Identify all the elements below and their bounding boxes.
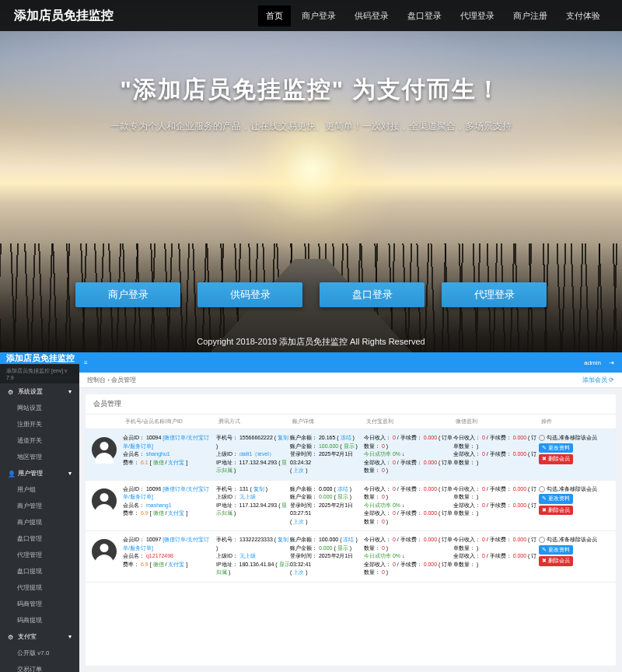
gear-icon: ⚙ <box>8 389 14 395</box>
chevron-down-icon: ▾ <box>68 633 72 640</box>
sidebar-item[interactable]: 公开版 v7.0 <box>0 645 79 661</box>
breadcrumb-root[interactable]: 控制台 <box>87 376 106 383</box>
nav-agent-login[interactable]: 代理登录 <box>453 5 502 26</box>
nav-pay-demo[interactable]: 支付体验 <box>558 5 608 26</box>
avatar <box>92 488 117 513</box>
cell-ops: 勾选,准备移除该会员✎ 更改资料✖ 删除会员 <box>539 536 610 577</box>
cell-wechat: 今日收入： 0 / 手续费： 0.000 ( 订单数量： )全部收入： 0 / … <box>453 434 539 475</box>
cta-merchant-login[interactable]: 商户登录 <box>75 282 180 307</box>
admin-topbar: ≡ admin ⇥ <box>79 352 622 373</box>
th-info: 手机号/会员名称/商户ID <box>123 418 216 425</box>
edit-button[interactable]: ✎ 更改资料 <box>539 443 573 453</box>
sidebar-item[interactable]: 码商提现 <box>0 612 79 628</box>
sidebar-item[interactable]: 商户管理 <box>0 498 79 514</box>
cell-wechat: 今日收入： 0 / 手续费： 0.000 ( 订单数量： )全部收入： 0 / … <box>453 485 539 527</box>
add-member-button[interactable]: 添加会员 ⟳ <box>582 376 614 384</box>
sidebar-item[interactable]: 注册开关 <box>0 416 79 432</box>
logout-icon[interactable]: ⇥ <box>609 359 614 366</box>
sidebar-item[interactable]: 通道开关 <box>0 432 79 449</box>
sidebar-item[interactable]: 代理管理 <box>0 547 79 563</box>
hero-title: "添加店员免挂监控" 为支付而生！ <box>0 74 622 106</box>
cta-agent-login[interactable]: 代理登录 <box>442 282 547 307</box>
hero-text: "添加店员免挂监控" 为支付而生！ 一款专为个人和企业服务的产品，让在线交易更快… <box>0 74 622 133</box>
sidebar-item[interactable]: 盘口管理 <box>0 530 79 547</box>
nav-merchant-login[interactable]: 商户登录 <box>294 5 344 26</box>
sidebar-item[interactable]: 交易订单 <box>0 661 79 672</box>
th-tencent: 腾讯方式 <box>216 418 290 425</box>
chevron-down-icon: ▾ <box>68 388 72 395</box>
sidebar-version: 添加店员免挂监控 [env] v 7.9 <box>0 364 79 383</box>
delete-button[interactable]: ✖ 删除会员 <box>539 556 573 566</box>
cell-tencent: 手机号： 131 ( 复制 )上级ID： 无上级IP地址： 117.132.94… <box>216 485 290 527</box>
avatar <box>92 437 117 462</box>
order-links[interactable]: [微信订单/支付宝订单/服务订单] <box>123 537 209 551</box>
sidebar-item[interactable]: ⚙支付宝▾ <box>0 628 79 645</box>
cell-tencent: 手机号： 15566662222 ( 复制 )上级ID： daili1（leve… <box>216 434 290 475</box>
member-name[interactable]: mashang1 <box>146 502 172 508</box>
breadcrumb-current: 会员管理 <box>111 376 136 383</box>
order-links[interactable]: [微信订单/支付宝订单/服务订单] <box>123 435 209 449</box>
nav-home[interactable]: 首页 <box>258 5 291 26</box>
cell-account: 账户余额： 20.165 ( 冻结 )账户金额： 100.000 ( 显示 )登… <box>290 434 364 475</box>
nav-supply-login[interactable]: 供码登录 <box>347 5 397 26</box>
order-links[interactable]: [微信订单/支付宝订单/服务订单] <box>123 486 209 500</box>
cell-info: 会员ID： 10094 [微信订单/支付宝订单/服务订单]会员名： shangh… <box>123 434 216 475</box>
cell-info: 会员ID： 10097 [微信订单/支付宝订单/服务订单]会员名： q12172… <box>123 536 216 577</box>
th-avatar <box>92 418 123 425</box>
admin-main: ≡ admin ⇥ 控制台 › 会员管理 添加会员 ⟳ 会员管理 手机号/会员名… <box>79 352 622 672</box>
select-checkbox[interactable] <box>539 537 545 543</box>
top-nav: 首页 商户登录 供码登录 盘口登录 代理登录 商户注册 支付体验 <box>258 5 608 26</box>
member-card: 会员管理 手机号/会员名称/商户ID 腾讯方式 账户详情 支付宝盈利 微信盈利 … <box>86 394 616 666</box>
cog-icon: ⚙ <box>8 634 14 640</box>
delete-button[interactable]: ✖ 删除会员 <box>539 454 573 464</box>
cell-ops: 勾选,准备移除该会员✎ 更改资料✖ 删除会员 <box>539 485 610 527</box>
select-checkbox[interactable] <box>539 486 545 492</box>
table-row: 会员ID： 10094 [微信订单/支付宝订单/服务订单]会员名： shangh… <box>86 429 616 481</box>
hero-subtitle: 一款专为个人和企业服务的产品，让在线交易更快、更简单！一次对接，全渠道聚合，多场… <box>0 120 622 133</box>
sidebar-item[interactable]: 用户组 <box>0 481 79 498</box>
avatar <box>92 539 117 564</box>
table-row: 会员ID： 10097 [微信订单/支付宝订单/服务订单]会员名： q12172… <box>86 531 616 583</box>
nav-merchant-register[interactable]: 商户注册 <box>505 5 555 26</box>
cell-info: 会员ID： 10096 [微信订单/支付宝订单/服务订单]会员名： mashan… <box>123 485 216 527</box>
select-checkbox[interactable] <box>539 435 545 441</box>
sidebar-item[interactable]: 商户提现 <box>0 514 79 530</box>
cell-alipay: 今日收入： 0 / 手续费： 0.000 ( 订单数量： 0 )今日成功率 0%… <box>364 536 453 577</box>
cell-account: 账户余额： 0.000 ( 冻结 )账户金额： 0.000 ( 显示 )登录时间… <box>290 485 364 527</box>
nav-desk-login[interactable]: 盘口登录 <box>400 5 449 26</box>
sidebar-item[interactable]: 代理提现 <box>0 579 79 596</box>
landing-hero: 添加店员免挂监控 首页 商户登录 供码登录 盘口登录 代理登录 商户注册 支付体… <box>0 0 622 352</box>
copyright-text: Copyright 2018-2019 添加店员免挂监控 All Rights … <box>0 336 622 348</box>
member-name[interactable]: shanghu1 <box>146 451 170 457</box>
breadcrumb: 控制台 › 会员管理 添加会员 ⟳ <box>79 373 622 388</box>
cell-account: 账户余额： 100.000 ( 冻结 )账户金额： 0.000 ( 显示 )登录… <box>290 536 364 577</box>
sidebar-item[interactable]: 码商管理 <box>0 596 79 612</box>
sidebar-item[interactable]: 盘口提现 <box>0 563 79 579</box>
card-title: 会员管理 <box>86 394 616 415</box>
sidebar-item[interactable]: 网站设置 <box>0 400 79 416</box>
sidebar-item[interactable]: 地区管理 <box>0 449 79 465</box>
th-alipay: 支付宝盈利 <box>364 418 453 425</box>
sidebar: 添加店员免挂监控 添加店员免挂监控 [env] v 7.9 ⚙系统设置▾网站设置… <box>0 352 79 672</box>
cell-alipay: 今日收入： 0 / 手续费： 0.000 ( 订单数量： 0 )今日成功率 0%… <box>364 485 453 527</box>
th-account: 账户详情 <box>290 418 364 425</box>
edit-button[interactable]: ✎ 更改资料 <box>539 494 573 504</box>
edit-button[interactable]: ✎ 更改资料 <box>539 545 573 555</box>
sidebar-item[interactable]: 👤用户管理▾ <box>0 465 79 481</box>
cta-row: 商户登录 供码登录 盘口登录 代理登录 <box>0 282 622 307</box>
admin-user[interactable]: admin <box>584 359 601 366</box>
th-ops: 操作 <box>539 418 610 425</box>
table-header: 手机号/会员名称/商户ID 腾讯方式 账户详情 支付宝盈利 微信盈利 操作 <box>86 415 616 429</box>
cta-supply-login[interactable]: 供码登录 <box>197 282 302 307</box>
cta-desk-login[interactable]: 盘口登录 <box>320 282 425 307</box>
menu-toggle-icon[interactable]: ≡ <box>84 359 88 366</box>
user-icon: 👤 <box>8 471 14 477</box>
chevron-down-icon: ▾ <box>68 470 72 477</box>
sidebar-item[interactable]: ⚙系统设置▾ <box>0 383 79 400</box>
table-row: 会员ID： 10096 [微信订单/支付宝订单/服务订单]会员名： mashan… <box>86 481 616 532</box>
cell-wechat: 今日收入： 0 / 手续费： 0.000 ( 订单数量： )全部收入： 0 / … <box>453 536 539 577</box>
member-name[interactable]: q12172498 <box>146 553 173 558</box>
delete-button[interactable]: ✖ 删除会员 <box>539 506 573 516</box>
sidebar-brand: 添加店员免挂监控 <box>0 352 79 364</box>
cell-ops: 勾选,准备移除该会员✎ 更改资料✖ 删除会员 <box>539 434 610 475</box>
